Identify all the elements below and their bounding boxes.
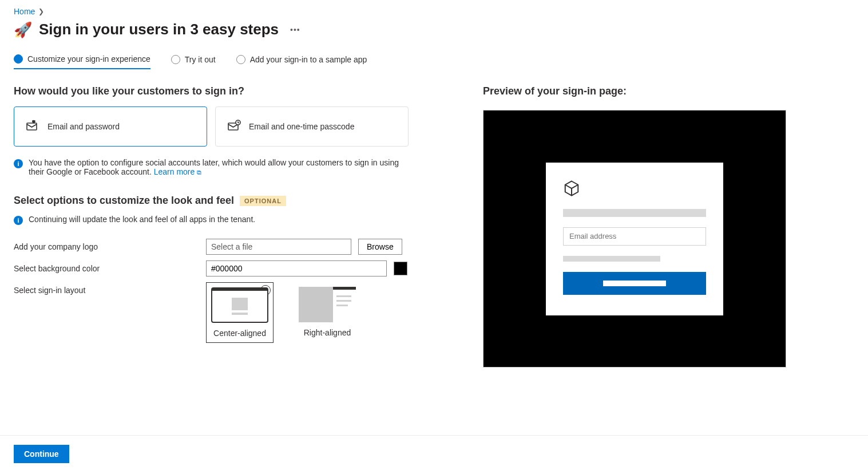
breadcrumb: Home ❯ bbox=[14, 7, 854, 16]
section1-heading: How would you like your customers to sig… bbox=[14, 85, 426, 97]
bgcolor-input[interactable] bbox=[206, 260, 387, 277]
learn-more-link[interactable]: Learn more ⧉ bbox=[154, 167, 201, 176]
svg-rect-0 bbox=[27, 123, 37, 130]
info-text: You have the option to configure social … bbox=[29, 158, 414, 176]
preview-placeholder-bar-short bbox=[563, 256, 660, 262]
preview-placeholder-bar bbox=[563, 209, 706, 217]
method-label: Email and one-time passcode bbox=[249, 122, 354, 131]
tenant-info-text: Continuing will update the look and feel… bbox=[29, 215, 255, 224]
external-link-icon: ⧉ bbox=[197, 169, 201, 176]
step-label: Customize your sign-in experience bbox=[27, 54, 150, 64]
bgcolor-swatch[interactable] bbox=[394, 262, 407, 275]
more-icon[interactable]: ••• bbox=[290, 25, 300, 34]
preview-submit-button bbox=[563, 272, 706, 295]
package-icon bbox=[563, 180, 580, 197]
info-icon: i bbox=[14, 159, 23, 168]
step-tabs: Customize your sign-in experience Try it… bbox=[14, 54, 854, 69]
layout-right-aligned[interactable]: Right-aligned bbox=[294, 282, 360, 343]
info-icon: i bbox=[14, 216, 23, 225]
step-label: Try it out bbox=[185, 55, 216, 64]
logo-file-field[interactable]: Select a file bbox=[206, 239, 351, 255]
step-add-sample[interactable]: Add your sign-in to a sample app bbox=[236, 54, 367, 69]
chevron-right-icon: ❯ bbox=[38, 7, 44, 15]
rocket-icon: 🚀 bbox=[14, 22, 32, 37]
browse-button[interactable]: Browse bbox=[358, 239, 402, 255]
step-tryout[interactable]: Try it out bbox=[171, 54, 216, 69]
preview-card: Email address bbox=[546, 163, 723, 315]
continue-button[interactable]: Continue bbox=[14, 445, 69, 463]
section2-heading: Select options to customize the look and… bbox=[14, 195, 234, 207]
page-title: Sign in your users in 3 easy steps bbox=[39, 21, 279, 38]
logo-label: Add your company logo bbox=[14, 239, 206, 251]
mail-clock-icon bbox=[227, 120, 241, 133]
radio-empty-icon bbox=[236, 55, 245, 64]
layout-option-label: Right-aligned bbox=[299, 328, 356, 337]
optional-badge: OPTIONAL bbox=[240, 196, 286, 206]
breadcrumb-home[interactable]: Home bbox=[14, 7, 35, 16]
layout-label: Select sign-in layout bbox=[14, 282, 206, 295]
bgcolor-label: Select background color bbox=[14, 260, 206, 273]
step-label: Add your sign-in to a sample app bbox=[250, 55, 367, 64]
mail-shield-icon bbox=[26, 120, 39, 133]
radio-filled-icon bbox=[14, 54, 23, 64]
radio-empty-icon bbox=[171, 55, 180, 64]
preview-heading: Preview of your sign-in page: bbox=[483, 85, 854, 97]
method-label: Email and password bbox=[47, 122, 120, 131]
preview-frame: Email address bbox=[483, 110, 786, 368]
method-email-passcode[interactable]: Email and one-time passcode bbox=[215, 106, 409, 147]
layout-option-label: Center-aligned bbox=[211, 329, 268, 338]
method-email-password[interactable]: Email and password bbox=[14, 106, 207, 147]
step-customize[interactable]: Customize your sign-in experience bbox=[14, 54, 150, 69]
preview-email-input: Email address bbox=[563, 227, 706, 246]
layout-center-aligned[interactable]: Center-aligned bbox=[206, 282, 274, 343]
